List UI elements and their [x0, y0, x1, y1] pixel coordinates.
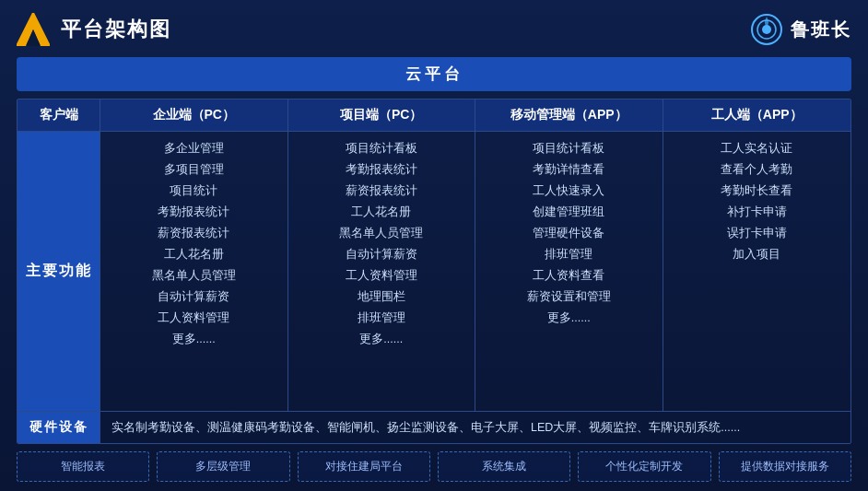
- enterprise-feature-4: 薪资报表统计: [110, 224, 278, 242]
- worker-feature-0: 工人实名认证: [673, 139, 842, 158]
- project-feature-8: 排班管理: [298, 309, 466, 327]
- mobile-feature-6: 工人资料查看: [485, 266, 653, 285]
- bottom-tag-4: 个性化定制开发: [578, 451, 710, 482]
- project-features-col: 项目统计看板 考勤报表统计 薪资报表统计 工人花名册 黑名单人员管理 自动计算薪…: [288, 132, 476, 411]
- svg-point-5: [762, 25, 771, 34]
- project-feature-0: 项目统计看板: [298, 139, 466, 158]
- col-header-4: 工人端（APP）: [663, 99, 851, 131]
- col-header-3: 移动管理端（APP）: [475, 99, 663, 131]
- main-table: 客户端 企业端（PC） 项目端（PC） 移动管理端（APP） 工人端（APP） …: [17, 99, 851, 444]
- project-feature-2: 薪资报表统计: [298, 181, 466, 200]
- mobile-feature-3: 创建管理班组: [485, 203, 653, 221]
- project-feature-7: 地理围栏: [298, 287, 466, 306]
- brand-logo: 鲁班长: [750, 13, 851, 46]
- bottom-tag-0: 智能报表: [17, 451, 149, 482]
- mobile-feature-5: 排班管理: [485, 245, 653, 263]
- worker-feature-4: 误打卡申请: [673, 224, 842, 242]
- worker-feature-3: 补打卡申请: [673, 203, 842, 221]
- col-header-1: 企业端（PC）: [100, 99, 288, 131]
- page-title: 平台架构图: [61, 16, 171, 43]
- header-left: 平台架构图: [17, 13, 171, 46]
- enterprise-feature-1: 多项目管理: [110, 160, 278, 179]
- enterprise-feature-0: 多企业管理: [110, 139, 278, 158]
- project-feature-3: 工人花名册: [298, 203, 466, 221]
- mobile-feature-4: 管理硬件设备: [485, 224, 653, 242]
- mobile-feature-7: 薪资设置和管理: [485, 287, 653, 306]
- mobile-feature-2: 工人快速录入: [485, 181, 653, 200]
- header: 平台架构图 鲁班长: [17, 9, 851, 50]
- page-wrapper: 平台架构图 鲁班长 云平台 客户端 企业端（PC） 项目端（PC） 移动管理端（…: [0, 0, 868, 491]
- project-feature-1: 考勤报表统计: [298, 160, 466, 179]
- content-row: 主要功能 多企业管理 多项目管理 项目统计 考勤报表统计 薪资报表统计 工人花名…: [18, 132, 850, 411]
- project-feature-6: 工人资料管理: [298, 266, 466, 285]
- mobile-feature-0: 项目统计看板: [485, 139, 653, 158]
- enterprise-feature-7: 自动计算薪资: [110, 287, 278, 306]
- bottom-tag-2: 对接住建局平台: [298, 451, 430, 482]
- bottom-tag-1: 多层级管理: [157, 451, 289, 482]
- mobile-features-col: 项目统计看板 考勤详情查看 工人快速录入 创建管理班组 管理硬件设备 排班管理 …: [475, 132, 663, 411]
- project-feature-5: 自动计算薪资: [298, 245, 466, 263]
- enterprise-features-col: 多企业管理 多项目管理 项目统计 考勤报表统计 薪资报表统计 工人花名册 黑名单…: [100, 132, 288, 411]
- enterprise-feature-2: 项目统计: [110, 181, 278, 200]
- bottom-tags: 智能报表 多层级管理 对接住建局平台 系统集成 个性化定制开发 提供数据对接服务: [17, 451, 851, 482]
- enterprise-feature-9: 更多......: [110, 330, 278, 348]
- main-function-label: 主要功能: [18, 132, 100, 411]
- enterprise-feature-3: 考勤报表统计: [110, 203, 278, 221]
- hardware-content: 实名制考勤设备、测温健康码考勤设备、智能闸机、扬尘监测设备、电子大屏、LED大屏…: [100, 412, 850, 443]
- bottom-tag-5: 提供数据对接服务: [719, 451, 851, 482]
- mobile-feature-8: 更多......: [485, 309, 653, 327]
- logo-icon: [17, 13, 50, 46]
- col-header-2: 项目端（PC）: [288, 99, 476, 131]
- enterprise-feature-5: 工人花名册: [110, 245, 278, 263]
- project-feature-9: 更多......: [298, 330, 466, 348]
- bottom-tag-3: 系统集成: [438, 451, 570, 482]
- worker-features-col: 工人实名认证 查看个人考勤 考勤时长查看 补打卡申请 误打卡申请 加入项目: [663, 132, 851, 411]
- brand-name: 鲁班长: [791, 18, 851, 42]
- cloud-bar: 云平台: [17, 57, 851, 91]
- col-headers: 客户端 企业端（PC） 项目端（PC） 移动管理端（APP） 工人端（APP）: [18, 99, 850, 132]
- worker-feature-2: 考勤时长查看: [673, 181, 842, 200]
- worker-feature-1: 查看个人考勤: [673, 160, 842, 179]
- project-feature-4: 黑名单人员管理: [298, 224, 466, 242]
- worker-feature-5: 加入项目: [673, 245, 842, 263]
- hardware-label: 硬件设备: [18, 412, 100, 443]
- hardware-row: 硬件设备 实名制考勤设备、测温健康码考勤设备、智能闸机、扬尘监测设备、电子大屏、…: [18, 411, 850, 443]
- col-header-0: 客户端: [18, 99, 100, 131]
- enterprise-feature-8: 工人资料管理: [110, 309, 278, 327]
- brand-icon: [750, 13, 783, 46]
- enterprise-feature-6: 黑名单人员管理: [110, 266, 278, 285]
- mobile-feature-1: 考勤详情查看: [485, 160, 653, 179]
